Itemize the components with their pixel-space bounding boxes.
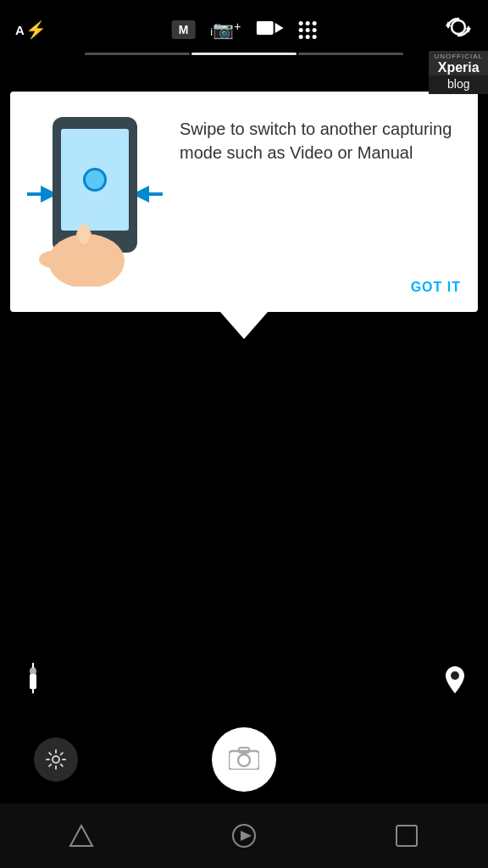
svg-marker-24 [241, 831, 252, 841]
tooltip-content: Swipe to switch to another capturing mod… [27, 108, 461, 270]
blog-label: blog [429, 75, 488, 94]
toolbar-left: A ⚡ [15, 19, 47, 40]
nav-play[interactable] [219, 810, 269, 861]
svg-point-17 [451, 671, 459, 680]
bottom-nav [0, 804, 488, 868]
got-it-button[interactable]: GOT IT [411, 280, 461, 295]
svg-rect-15 [30, 674, 36, 689]
bolt-icon: ⚡ [25, 19, 47, 40]
top-toolbar: A ⚡ M i📷+ [0, 0, 488, 59]
unofficial-label: UNOFFICIAL [429, 51, 488, 60]
location-icon[interactable] [446, 666, 464, 698]
tooltip-illustration [27, 108, 163, 270]
nav-square[interactable] [381, 810, 432, 861]
svg-rect-25 [396, 826, 417, 846]
exposure-icon[interactable] [24, 663, 42, 698]
svg-point-18 [53, 756, 59, 763]
tooltip-message: Swipe to switch to another capturing mod… [180, 108, 461, 164]
bottom-controls [0, 727, 488, 792]
settings-button[interactable] [34, 737, 78, 782]
svg-point-20 [238, 754, 250, 766]
svg-point-2 [452, 20, 465, 34]
empty-right [410, 737, 454, 782]
shutter-icon [229, 744, 259, 776]
flash-icon[interactable]: A ⚡ [15, 19, 47, 40]
svg-point-12 [39, 251, 66, 268]
svg-rect-0 [256, 21, 273, 35]
hand-illustration [36, 210, 137, 278]
toolbar-right [444, 14, 473, 45]
tooltip-arrow [220, 312, 268, 339]
svg-point-11 [78, 224, 90, 244]
xperia-label: Xperia [429, 60, 488, 75]
rotate-camera-icon[interactable] [444, 14, 473, 45]
touch-circle [83, 168, 107, 192]
mode-badge[interactable]: M [172, 20, 196, 39]
shutter-button[interactable] [212, 727, 276, 792]
camera-plus-icon[interactable]: i📷+ [210, 19, 241, 40]
toolbar-center: M i📷+ [172, 19, 317, 41]
xperia-blog-badge: UNOFFICIAL Xperia blog [429, 51, 488, 94]
svg-marker-22 [70, 826, 92, 846]
svg-marker-1 [274, 23, 283, 33]
tooltip-popup: Swipe to switch to another capturing mod… [10, 92, 478, 312]
nav-scenes[interactable] [56, 810, 107, 861]
video-icon[interactable] [256, 19, 283, 41]
grid-dots-icon[interactable] [298, 21, 316, 39]
